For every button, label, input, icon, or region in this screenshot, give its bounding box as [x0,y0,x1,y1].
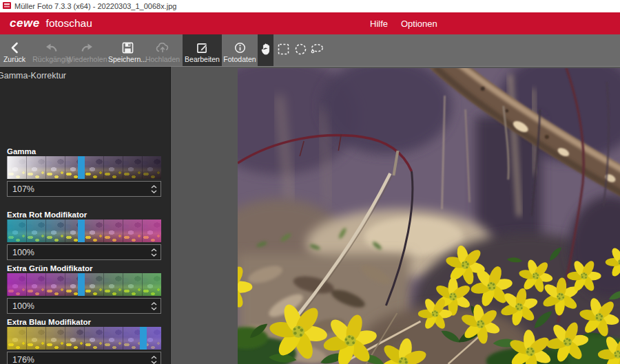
menu-hilfe[interactable]: Hilfe [370,12,388,34]
blau-slider[interactable] [7,327,161,350]
brand-bar: cewe fotoschau Hilfe Optionen [0,12,620,34]
save-floppy-icon [122,40,134,55]
gamma-value-input[interactable] [8,184,149,194]
window-title: Müller Foto 7.3.3 (x64) - 20220303_1_006… [14,2,176,10]
slider-group-rot: Extra Rot Modifikator [7,211,161,260]
lasso-select-button[interactable] [308,34,326,66]
rect-select-icon [278,43,289,58]
gamma-slider[interactable] [7,156,161,179]
slider-label: Gamma [7,147,161,156]
slider-label: Extra Grün Modifikator [7,264,161,273]
spinner-down-icon[interactable] [151,190,157,193]
photo-canvas[interactable] [238,68,620,364]
spinner-down-icon[interactable] [151,253,157,257]
redo-button[interactable]: Wiederholen [65,34,108,66]
rot-value-input[interactable] [8,248,149,257]
hand-tool-icon [261,43,271,58]
editor-area [171,67,620,364]
ellipse-select-button[interactable] [292,34,309,66]
hand-tool-button[interactable] [258,34,273,66]
rot-slider[interactable] [7,220,161,242]
slider-label: Extra Blau Modifikator [7,318,161,327]
info-icon [234,40,246,55]
spinner-up-icon[interactable] [151,356,157,359]
fotodaten-button[interactable]: Fotodaten [222,34,258,66]
gruen-value-input[interactable] [8,301,149,311]
slider-label: Extra Rot Modifikator [7,211,161,220]
undo-arrow-icon [45,40,59,55]
slider-group-gamma: Gamma [7,147,161,197]
save-button[interactable]: Speichern... [110,34,145,66]
rot-value-spinner[interactable] [7,244,161,260]
toolbar: Zurück Rückgängig Wiederholen Speichern.… [0,34,620,67]
spinner-down-icon[interactable] [151,307,157,310]
window-titlebar: Müller Foto 7.3.3 (x64) - 20220303_1_006… [0,0,620,12]
gamma-korrektur-panel: Gamma-Korrektur Gamma Extra Rot Modifika… [0,67,171,364]
rect-select-button[interactable] [275,34,291,66]
spinner-down-icon[interactable] [151,361,157,364]
lasso-select-icon [310,43,324,57]
spinner-up-icon[interactable] [151,302,157,306]
slider-handle[interactable] [78,273,85,296]
slider-group-gruen: Extra Grün Modifikator [7,264,161,314]
redo-arrow-icon [80,40,94,55]
app-icon [3,0,11,12]
gruen-value-spinner[interactable] [7,298,161,314]
gruen-slider[interactable] [7,273,161,296]
slider-handle[interactable] [78,220,85,242]
slider-group-blau: Extra Blau Modifikator [7,318,161,364]
blau-value-input[interactable] [8,355,149,364]
cewe-logo: cewe [10,17,40,30]
upload-cloud-icon [156,40,169,55]
back-button[interactable]: Zurück [0,34,29,66]
gamma-value-spinner[interactable] [7,181,161,197]
spinner-up-icon[interactable] [151,185,157,189]
ellipse-select-icon [295,43,307,58]
photo-image [238,68,620,364]
slider-handle[interactable] [78,156,85,179]
slider-handle[interactable] [140,327,147,350]
back-chevron-icon [10,40,20,55]
upload-button[interactable]: Hochladen [145,34,180,66]
blau-value-spinner[interactable] [7,352,161,364]
panel-title: Gamma-Korrektur [0,71,66,81]
edit-pencil-icon [196,40,208,55]
product-name: fotoschau [46,17,92,30]
spinner-up-icon[interactable] [151,248,157,252]
edit-button[interactable]: Bearbeiten [183,34,222,66]
menu-optionen[interactable]: Optionen [401,12,437,34]
